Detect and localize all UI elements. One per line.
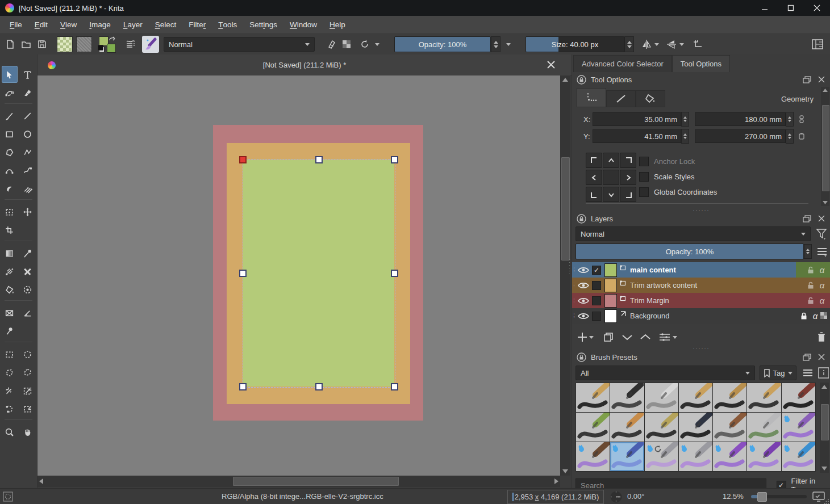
checkbox-anchor-lock[interactable]: Anchor Lock (639, 154, 717, 169)
assistants-tool[interactable] (2, 304, 18, 321)
menu-file[interactable]: File (3, 16, 28, 34)
zoom-slider[interactable] (751, 495, 807, 498)
mirror-vertical-button[interactable] (664, 36, 679, 52)
maximize-button[interactable] (778, 0, 804, 16)
scroll-down-arrow[interactable] (562, 469, 568, 473)
minimize-button[interactable] (752, 0, 778, 16)
float-docker-icon[interactable] (803, 215, 811, 222)
brush-preset-13[interactable] (747, 413, 781, 442)
layer-checkbox[interactable] (592, 312, 601, 321)
link-dimensions-icon[interactable] (798, 115, 805, 123)
canvas-viewport[interactable] (37, 75, 560, 476)
anchor-chev-down[interactable] (603, 187, 619, 202)
menu-image[interactable]: Image (83, 16, 117, 34)
layer-blending-dropdown[interactable]: Normal (575, 226, 811, 241)
tool-options-scrollbar[interactable] (821, 87, 829, 206)
layer-row-background[interactable]: ⋮⋮Backgroundα (572, 308, 830, 324)
layer-alpha-icon[interactable]: α (817, 280, 827, 290)
menu-help[interactable]: Help (323, 16, 352, 34)
fill-tool[interactable] (2, 281, 18, 298)
rotation-value[interactable]: 0.00° (627, 492, 645, 501)
checkbox-box[interactable] (639, 187, 649, 197)
size-spinner[interactable] (624, 36, 634, 52)
panel-splitter[interactable]: ······ (566, 259, 572, 276)
anchor-chev-right[interactable] (620, 170, 636, 185)
enclose-fill-tool[interactable] (20, 281, 36, 298)
mirror-vertical-caret[interactable] (679, 43, 684, 46)
preserve-alpha-button[interactable] (339, 36, 354, 52)
scroll-right-arrow[interactable] (554, 478, 558, 484)
smart-patch-tool[interactable] (20, 263, 36, 280)
selection-handle-active[interactable] (239, 156, 247, 163)
vscroll-thumb[interactable] (561, 157, 570, 261)
selection-handle[interactable] (239, 270, 247, 277)
workspace-chooser-button[interactable] (810, 36, 825, 52)
fg-bg-colors[interactable] (98, 36, 117, 53)
layer-thumbnail[interactable] (604, 309, 617, 323)
brush-preset-10[interactable] (645, 413, 678, 442)
selection-handle[interactable] (391, 383, 398, 390)
selection-handle[interactable] (315, 383, 323, 390)
pattern-chooser[interactable] (76, 36, 92, 52)
anchor-corner-tl[interactable] (586, 153, 602, 168)
layer-drag-strip[interactable]: ⋮⋮ (572, 267, 576, 273)
tab-advanced-color-selector[interactable]: Advanced Color Selector (573, 55, 672, 72)
scroll-thumb[interactable] (821, 404, 829, 440)
select-shapes-tool[interactable] (2, 66, 18, 83)
selection-handle[interactable] (391, 270, 398, 277)
brush-preset-18[interactable] (679, 442, 712, 471)
new-document-button[interactable] (2, 36, 18, 52)
close-docker-icon[interactable] (818, 215, 825, 222)
layer-visibility-toggle[interactable] (576, 312, 591, 320)
brush-preset-6[interactable] (747, 383, 781, 412)
subtab-geometry[interactable] (577, 88, 606, 107)
measure-tool[interactable] (20, 304, 36, 321)
gradient-tool[interactable] (2, 245, 18, 262)
document-tab[interactable]: [Not Saved] (211.2 MiB) * (37, 54, 572, 76)
layer-opacity-spinner[interactable] (804, 244, 812, 259)
selection-handle[interactable] (239, 383, 247, 390)
opacity-spinner[interactable] (491, 36, 500, 52)
canvas-rotation-dial[interactable] (610, 490, 623, 503)
ellipse-tool[interactable] (20, 125, 36, 142)
duplicate-layer-button[interactable] (603, 331, 614, 343)
polygon-tool[interactable] (2, 144, 18, 161)
close-docker-icon[interactable] (818, 76, 825, 83)
preset-list-view-icon[interactable] (802, 368, 813, 377)
layer-alpha-icon[interactable]: α (817, 265, 827, 275)
subtab-fill[interactable] (636, 90, 665, 107)
brush-preset-8[interactable] (576, 413, 610, 442)
brush-preset-17[interactable] (645, 442, 678, 471)
brush-settings-icon[interactable] (123, 36, 139, 52)
layer-name[interactable]: Trim artwork content (630, 281, 807, 289)
preset-detail-view-icon[interactable] (818, 367, 829, 379)
x-spinner[interactable] (681, 112, 689, 127)
brush-preset-7[interactable] (782, 383, 815, 412)
move-tool[interactable] (20, 203, 36, 220)
blending-mode-dropdown[interactable]: Normal (164, 37, 315, 52)
scroll-left-arrow[interactable] (39, 478, 44, 484)
move-layer-down-button[interactable] (621, 331, 633, 343)
add-layer-button[interactable] (577, 331, 588, 343)
layer-name[interactable]: Trim Margin (630, 296, 807, 305)
reference-images-tool[interactable] (2, 322, 18, 339)
canvas-hscrollbar[interactable] (37, 476, 560, 487)
scroll-down-arrow[interactable] (821, 466, 827, 471)
reload-preset-button[interactable] (357, 36, 373, 52)
delete-layer-button[interactable] (816, 331, 827, 343)
layer-visibility-toggle[interactable] (576, 282, 591, 289)
rectangle-tool[interactable] (2, 125, 18, 142)
y-spinner[interactable] (681, 129, 689, 144)
preset-scrollbar[interactable] (820, 383, 829, 473)
aspect-ratio-lock-icon[interactable] (798, 132, 805, 140)
brush-preset-20[interactable] (747, 442, 781, 471)
layer-visibility-toggle[interactable] (576, 297, 591, 305)
layer-checkbox[interactable]: ✓ (592, 266, 601, 275)
brush-preset-21[interactable] (782, 442, 815, 471)
menu-window[interactable]: Window (283, 16, 323, 34)
polygonal-selection-tool[interactable] (2, 364, 18, 381)
brush-preset-19[interactable] (713, 442, 746, 471)
anchor-corner-bl[interactable] (586, 187, 602, 202)
selection-handle[interactable] (315, 156, 323, 163)
preset-filter-dropdown[interactable]: All (575, 366, 755, 380)
